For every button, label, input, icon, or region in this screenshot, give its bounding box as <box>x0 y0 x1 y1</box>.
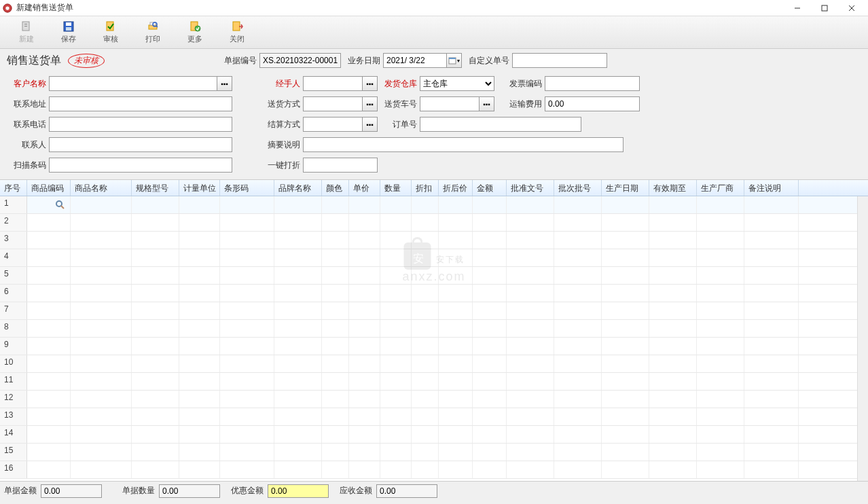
grid-cell[interactable] <box>380 338 412 355</box>
grid-cell[interactable]: 9 <box>0 338 27 355</box>
grid-cell[interactable] <box>349 461 380 478</box>
grid-cell[interactable] <box>602 426 649 443</box>
customer-field[interactable] <box>49 76 217 91</box>
settle-lookup-button[interactable]: ▪▪▪ <box>363 117 378 132</box>
table-row[interactable]: 13 <box>0 408 868 426</box>
grid-cell[interactable] <box>380 249 412 266</box>
grid-cell[interactable] <box>71 391 132 408</box>
grid-cell[interactable] <box>507 338 554 355</box>
grid-cell[interactable] <box>649 355 697 372</box>
grid-cell[interactable] <box>602 373 649 390</box>
grid-col-3[interactable]: 规格型号 <box>132 180 179 196</box>
grid-cell[interactable] <box>439 214 473 231</box>
grid-cell[interactable] <box>220 338 274 355</box>
grid-cell[interactable] <box>554 196 602 213</box>
grid-cell[interactable] <box>554 302 602 319</box>
grid-cell[interactable] <box>132 285 179 302</box>
grid-cell[interactable] <box>220 391 274 408</box>
warehouse-select[interactable]: 主仓库 <box>420 76 494 91</box>
grid-cell[interactable] <box>507 214 554 231</box>
grid-cell[interactable] <box>602 249 649 266</box>
grid-cell[interactable] <box>697 444 744 461</box>
grid-cell[interactable] <box>220 267 274 284</box>
grid-cell[interactable] <box>322 232 349 249</box>
grid-cell[interactable] <box>697 249 744 266</box>
grid-cell[interactable] <box>744 196 799 213</box>
grid-cell[interactable] <box>439 232 473 249</box>
grid-cell[interactable] <box>380 214 412 231</box>
grid-cell[interactable] <box>349 320 380 337</box>
grid-cell[interactable] <box>274 338 322 355</box>
grid-cell[interactable]: 5 <box>0 267 27 284</box>
table-row[interactable]: 6 <box>0 285 868 302</box>
grid-cell[interactable] <box>412 267 439 284</box>
grid-cell[interactable] <box>27 391 71 408</box>
grid-cell[interactable] <box>274 214 322 231</box>
grid-cell[interactable] <box>554 461 602 478</box>
grid-cell[interactable]: 15 <box>0 444 27 461</box>
grid-cell[interactable]: 2 <box>0 214 27 231</box>
grid-cell[interactable] <box>179 408 220 425</box>
grid-cell[interactable] <box>349 426 380 443</box>
grid-cell[interactable] <box>179 232 220 249</box>
grid-cell[interactable] <box>697 232 744 249</box>
grid-cell[interactable] <box>179 373 220 390</box>
vehicle-field[interactable] <box>420 96 480 111</box>
grid-cell[interactable] <box>274 249 322 266</box>
grid-cell[interactable] <box>380 391 412 408</box>
grid-cell[interactable] <box>380 320 412 337</box>
grid-cell[interactable] <box>439 391 473 408</box>
grid-cell[interactable] <box>179 338 220 355</box>
grid-cell[interactable] <box>132 214 179 231</box>
grid-cell[interactable]: 11 <box>0 373 27 390</box>
vertical-scrollbar[interactable] <box>857 196 868 481</box>
grid-cell[interactable] <box>27 355 71 372</box>
grid-cell[interactable] <box>380 285 412 302</box>
grid-cell[interactable] <box>27 196 71 213</box>
grid-cell[interactable] <box>439 426 473 443</box>
grid-cell[interactable]: 6 <box>0 285 27 302</box>
grid-cell[interactable] <box>380 196 412 213</box>
grid-col-6[interactable]: 品牌名称 <box>274 180 322 196</box>
grid-cell[interactable] <box>412 232 439 249</box>
grid-cell[interactable] <box>132 320 179 337</box>
close-button[interactable]: 关闭 <box>216 16 258 48</box>
grid-cell[interactable] <box>179 355 220 372</box>
grid-cell[interactable] <box>71 408 132 425</box>
grid-cell[interactable]: 1 <box>0 196 27 213</box>
grid-cell[interactable] <box>274 302 322 319</box>
grid-cell[interactable] <box>380 232 412 249</box>
grid-cell[interactable] <box>349 214 380 231</box>
table-row[interactable]: 2 <box>0 214 868 232</box>
vehicle-lookup-button[interactable]: ▪▪▪ <box>480 96 494 111</box>
grid-cell[interactable] <box>220 461 274 478</box>
grid-col-7[interactable]: 颜色 <box>322 180 349 196</box>
grid-cell[interactable] <box>439 196 473 213</box>
grid-cell[interactable] <box>220 196 274 213</box>
table-row[interactable]: 1 <box>0 196 868 214</box>
grid-cell[interactable] <box>71 373 132 390</box>
grid-cell[interactable] <box>507 391 554 408</box>
grid-cell[interactable] <box>71 267 132 284</box>
grid-cell[interactable] <box>179 391 220 408</box>
grid-cell[interactable] <box>744 426 799 443</box>
grid-cell[interactable] <box>602 408 649 425</box>
grid-cell[interactable] <box>744 338 799 355</box>
grid-col-9[interactable]: 数量 <box>380 180 412 196</box>
grid-cell[interactable] <box>132 338 179 355</box>
grid-cell[interactable] <box>27 232 71 249</box>
grid-cell[interactable] <box>132 461 179 478</box>
grid-cell[interactable] <box>349 285 380 302</box>
grid-cell[interactable] <box>71 426 132 443</box>
grid-cell[interactable] <box>71 320 132 337</box>
grid-cell[interactable] <box>473 196 507 213</box>
search-icon[interactable] <box>55 200 66 211</box>
grid-cell[interactable] <box>349 373 380 390</box>
discount-field[interactable] <box>303 158 378 173</box>
grid-cell[interactable] <box>473 232 507 249</box>
grid-cell[interactable] <box>71 214 132 231</box>
order-no-field[interactable] <box>420 117 581 132</box>
grid-cell[interactable] <box>473 338 507 355</box>
grid-cell[interactable] <box>744 249 799 266</box>
grid-cell[interactable] <box>132 232 179 249</box>
